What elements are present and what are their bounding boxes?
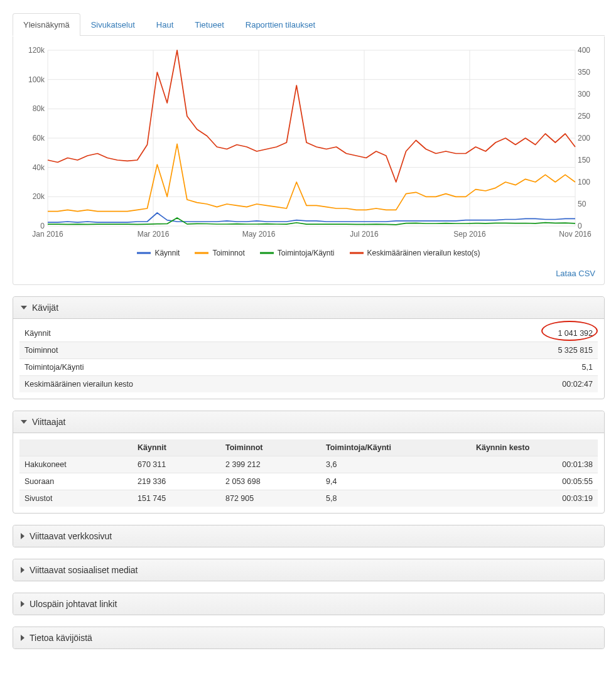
tab-subscriptions[interactable]: Raporttien tilaukset xyxy=(235,13,326,36)
chart-legend: Käynnit Toiminnot Toimintoja/Käynti Kesk… xyxy=(19,249,598,257)
panel-collapsed: Tietoa kävijöistä xyxy=(13,627,605,649)
panel-collapsed-header[interactable]: Tietoa kävijöistä xyxy=(13,627,604,648)
table-row: Käynnit1 041 392 xyxy=(19,325,598,342)
visitors-table: Käynnit1 041 392Toiminnot5 325 815Toimin… xyxy=(19,325,598,392)
tab-overview[interactable]: Yleisnäkymä xyxy=(13,13,80,36)
tab-records[interactable]: Tietueet xyxy=(184,13,235,36)
caret-right-icon xyxy=(21,635,24,641)
table-row: Hakukoneet670 3112 399 2123,600:01:38 xyxy=(19,456,598,473)
table-row: Sivustot151 745872 9055,800:03:19 xyxy=(19,490,598,507)
caret-down-icon xyxy=(21,306,27,309)
table-row: Toimintoja/Käynti5,1 xyxy=(19,359,598,376)
caret-down-icon xyxy=(21,420,27,424)
legend-visits[interactable]: Käynnit xyxy=(137,249,180,257)
overview-chart[interactable]: 020k40k60k80k100k120k 050100150200250300… xyxy=(19,44,598,240)
table-row: Toiminnot5 325 815 xyxy=(19,342,598,359)
caret-right-icon xyxy=(21,567,24,573)
legend-per-visit[interactable]: Toimintoja/Käynti xyxy=(260,249,335,257)
panel-visitors-header[interactable]: Kävijät xyxy=(13,297,604,319)
tab-searches[interactable]: Haut xyxy=(146,13,184,36)
legend-avg-duration[interactable]: Keskimääräinen vierailun kesto(s) xyxy=(350,249,480,257)
download-csv-wrap: Lataa CSV xyxy=(19,265,598,278)
table-row: Keskimääräinen vierailun kesto00:02:47 xyxy=(19,376,598,393)
panel-collapsed-header[interactable]: Viittaavat verkkosivut xyxy=(13,525,604,547)
tab-pageviews[interactable]: Sivukatselut xyxy=(80,13,146,36)
chart-panel: 020k40k60k80k100k120k 050100150200250300… xyxy=(13,36,605,285)
referrers-table: KäynnitToiminnotToimintoja/KäyntiKäynnin… xyxy=(19,439,598,507)
table-row: Suoraan219 3362 053 6989,400:05:55 xyxy=(19,473,598,490)
panel-collapsed-header[interactable]: Viittaavat sosiaaliset mediat xyxy=(13,559,604,581)
panel-referrers: Viittaajat KäynnitToiminnotToimintoja/Kä… xyxy=(13,411,605,514)
panel-collapsed: Ulospäin johtavat linkit xyxy=(13,593,605,615)
panel-collapsed: Viittaavat sosiaaliset mediat xyxy=(13,559,605,581)
panel-visitors: Kävijät Käynnit1 041 392Toiminnot5 325 8… xyxy=(13,296,605,399)
tabs: Yleisnäkymä Sivukatselut Haut Tietueet R… xyxy=(13,13,605,36)
legend-actions[interactable]: Toiminnot xyxy=(195,249,244,257)
panel-collapsed-header[interactable]: Ulospäin johtavat linkit xyxy=(13,593,604,615)
caret-right-icon xyxy=(21,601,24,607)
panel-collapsed: Viittaavat verkkosivut xyxy=(13,525,605,547)
download-csv-link[interactable]: Lataa CSV xyxy=(556,269,595,278)
panel-referrers-header[interactable]: Viittaajat xyxy=(13,411,604,433)
caret-right-icon xyxy=(21,533,24,539)
